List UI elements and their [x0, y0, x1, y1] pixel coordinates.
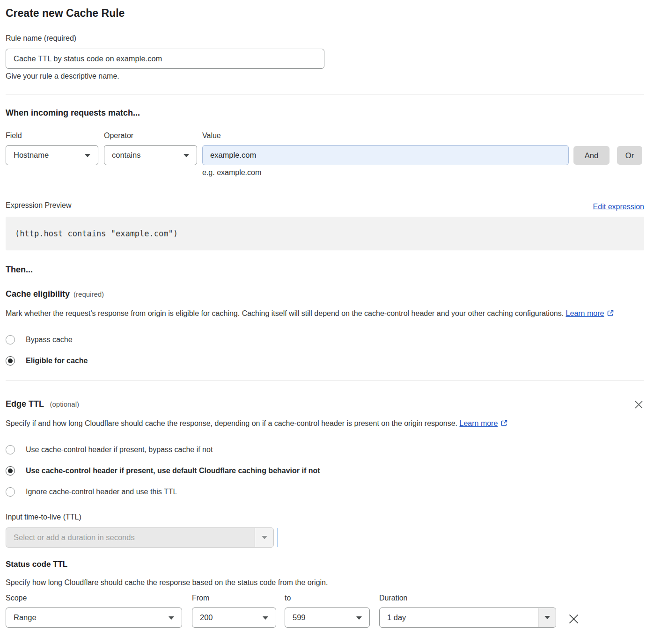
radio-ignore-cache-control[interactable]: Ignore cache-control header and use this… [6, 487, 644, 497]
edit-expression-link[interactable]: Edit expression [593, 203, 644, 211]
operator-label: Operator [104, 130, 197, 141]
then-heading: Then... [6, 264, 644, 275]
operator-select[interactable]: contains [104, 145, 197, 165]
operator-select-value: contains [112, 151, 140, 160]
expression-preview-label: Expression Preview [6, 199, 72, 211]
radio-icon [6, 445, 15, 454]
cache-eligibility-learn-more-link[interactable]: Learn more [566, 309, 604, 317]
edge-ttl-qualifier: (optional) [50, 400, 79, 408]
status-code-ttl-row: Scope Range From 200 to 599 Duration 1 d… [6, 592, 644, 628]
chevron-down-icon[interactable] [255, 528, 273, 547]
page-title: Create new Cache Rule [6, 7, 644, 20]
external-link-icon [607, 308, 614, 321]
chevron-down-icon [356, 616, 362, 620]
rule-name-input[interactable] [6, 49, 324, 69]
and-button[interactable]: And [573, 146, 610, 165]
radio-icon [6, 487, 15, 497]
external-link-icon [500, 418, 508, 431]
radio-label: Use cache-control header if present, byp… [26, 446, 213, 454]
create-cache-rule-form: Create new Cache Rule Rule name (require… [0, 0, 661, 628]
chevron-down-icon [169, 616, 174, 620]
radio-label: Bypass cache [26, 336, 73, 344]
cache-eligibility-description-text: Mark whether the request's response from… [6, 309, 564, 317]
duration-label: Duration [379, 592, 556, 604]
value-label: Value [202, 130, 569, 141]
to-select-value: 599 [293, 613, 306, 622]
ttl-input-label: Input time-to-live (TTL) [6, 511, 644, 523]
edge-ttl-learn-more-link[interactable]: Learn more [460, 419, 498, 427]
field-select-value: Hostname [14, 151, 49, 160]
match-heading: When incoming requests match... [6, 107, 644, 118]
rule-name-help: Give your rule a descriptive name. [6, 72, 644, 80]
duration-select-value: 1 day [380, 608, 538, 627]
edge-ttl-description: Specify if and how long Cloudflare shoul… [6, 417, 523, 431]
cache-eligibility-heading: Cache eligibility [6, 288, 70, 300]
from-select[interactable]: 200 [192, 607, 276, 628]
radio-use-cache-control-bypass[interactable]: Use cache-control header if present, byp… [6, 445, 644, 454]
radio-icon [6, 466, 15, 476]
close-icon [568, 619, 579, 626]
or-button[interactable]: Or [617, 146, 642, 165]
radio-eligible-for-cache[interactable]: Eligible for cache [6, 356, 644, 366]
radio-label: Ignore cache-control header and use this… [26, 488, 177, 496]
to-label: to [285, 592, 370, 604]
value-input[interactable] [202, 145, 569, 165]
edge-ttl-heading: Edge TTL [6, 399, 44, 409]
radio-label: Eligible for cache [26, 357, 88, 365]
divider [6, 95, 644, 95]
radio-use-cache-control-default[interactable]: Use cache-control header if present, use… [6, 466, 644, 476]
from-select-value: 200 [200, 613, 213, 622]
chevron-down-icon[interactable] [538, 608, 556, 627]
status-code-ttl-description: Specify how long Cloudflare should cache… [6, 578, 644, 587]
from-label: From [192, 592, 276, 604]
rule-name-label: Rule name (required) [6, 34, 76, 42]
divider [6, 381, 644, 381]
radio-icon [6, 335, 15, 344]
chevron-down-icon [85, 154, 90, 157]
radio-icon [6, 356, 15, 366]
scope-select[interactable]: Range [6, 607, 182, 628]
chevron-down-icon [263, 616, 268, 620]
status-code-ttl-heading: Status code TTL [6, 560, 644, 569]
ttl-duration-placeholder: Select or add a duration in seconds [6, 528, 255, 547]
expression-code: (http.host contains "example.com") [15, 229, 178, 238]
ttl-duration-select[interactable]: Select or add a duration in seconds [6, 527, 274, 548]
expression-code-block: (http.host contains "example.com") [6, 217, 644, 250]
radio-label: Use cache-control header if present, use… [26, 467, 320, 475]
match-condition-row: Field Hostname Operator contains Value e… [6, 130, 644, 177]
scope-select-value: Range [14, 613, 37, 622]
value-help: e.g. example.com [202, 168, 569, 177]
remove-status-ttl-row-button[interactable] [567, 613, 580, 627]
focus-edge-artifact [277, 528, 278, 547]
scope-label: Scope [6, 592, 182, 604]
chevron-down-icon [184, 154, 189, 157]
duration-select[interactable]: 1 day [379, 607, 556, 628]
close-icon [634, 403, 643, 410]
radio-bypass-cache[interactable]: Bypass cache [6, 335, 644, 344]
cache-eligibility-qualifier: (required) [73, 290, 104, 298]
to-select[interactable]: 599 [285, 607, 370, 628]
field-select[interactable]: Hostname [6, 145, 98, 165]
edge-ttl-close-button[interactable] [633, 399, 644, 411]
cache-eligibility-description: Mark whether the request's response from… [6, 307, 635, 321]
edge-ttl-description-text: Specify if and how long Cloudflare shoul… [6, 419, 457, 427]
field-label: Field [6, 130, 98, 141]
